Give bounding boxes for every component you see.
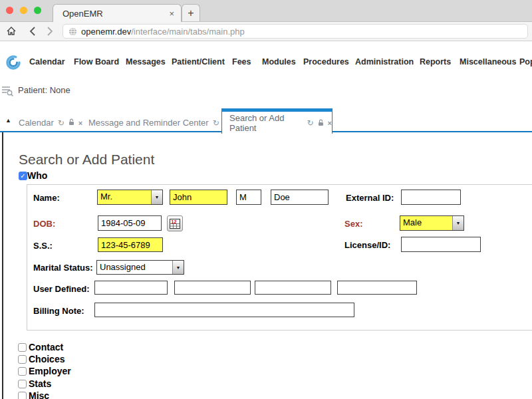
browser-tab-title: OpenEMR bbox=[63, 9, 169, 19]
tab-search-or-add-patient-active[interactable]: Search or Add Patient ↻ × bbox=[221, 108, 332, 134]
patient-search-icon[interactable] bbox=[1, 84, 13, 99]
nav-item-miscellaneous[interactable]: Miscellaneous bbox=[460, 57, 516, 66]
nav-item-calendar[interactable]: Calendar bbox=[29, 57, 65, 66]
browser-tab[interactable]: OpenEMR × bbox=[53, 4, 182, 22]
title-select[interactable]: Mr. ▼ bbox=[97, 190, 163, 205]
nav-item-messages[interactable]: Messages bbox=[126, 57, 166, 66]
license-id-input[interactable] bbox=[401, 237, 481, 252]
choices-checkbox[interactable] bbox=[18, 355, 27, 364]
ss-label: S.S.: bbox=[33, 241, 53, 251]
employer-checkbox[interactable] bbox=[18, 367, 27, 376]
tab-label: Message and Reminder Center bbox=[88, 118, 209, 128]
user-defined-label: User Defined: bbox=[33, 284, 90, 294]
who-section-toggle[interactable]: ✓ Who bbox=[19, 170, 47, 181]
billing-note-label: Billing Note: bbox=[33, 306, 84, 316]
stats-section-label[interactable]: Stats bbox=[29, 378, 51, 389]
who-label: Who bbox=[27, 170, 47, 181]
forward-icon[interactable] bbox=[43, 24, 57, 39]
url-host: openemr.dev bbox=[81, 27, 131, 37]
refresh-icon[interactable]: ↻ bbox=[213, 118, 219, 128]
misc-section-label[interactable]: Misc bbox=[29, 390, 49, 399]
last-name-input[interactable] bbox=[271, 190, 329, 205]
choices-section-label[interactable]: Choices bbox=[29, 354, 65, 364]
employer-section-label[interactable]: Employer bbox=[29, 366, 71, 376]
chevron-down-icon: ▼ bbox=[151, 190, 162, 204]
calendar-picker-icon[interactable]: 12 bbox=[167, 215, 183, 231]
name-label: Name: bbox=[33, 193, 60, 203]
nav-item-procedures[interactable]: Procedures bbox=[303, 57, 349, 66]
nav-item-administration[interactable]: Administration bbox=[355, 57, 414, 66]
back-icon[interactable] bbox=[25, 24, 40, 39]
chevron-down-icon: ▼ bbox=[172, 261, 184, 274]
url-path: /interface/main/tabs/main.php bbox=[131, 27, 245, 37]
user-defined-input-1[interactable] bbox=[94, 281, 168, 295]
nav-item-popups[interactable]: Popups bbox=[519, 57, 532, 66]
collapse-tabs-icon[interactable]: ▲ bbox=[5, 117, 11, 124]
nav-item-flow-board[interactable]: Flow Board bbox=[74, 57, 119, 66]
window-minimize-button[interactable] bbox=[20, 7, 27, 14]
url-bar[interactable]: openemr.dev/interface/main/tabs/main.php bbox=[63, 24, 528, 39]
nav-item-patient-client[interactable]: Patient/Client bbox=[172, 57, 225, 66]
chevron-down-icon: ▼ bbox=[452, 216, 464, 230]
sex-select[interactable]: Male ▼ bbox=[400, 215, 464, 231]
nav-item-fees[interactable]: Fees bbox=[232, 57, 251, 66]
tab-message-center[interactable]: Message and Reminder Center ↻ × bbox=[88, 118, 237, 128]
tab-label: Search or Add Patient bbox=[229, 113, 303, 133]
unlock-icon[interactable] bbox=[68, 118, 74, 128]
new-tab-button[interactable]: + bbox=[182, 4, 200, 22]
ss-input[interactable] bbox=[98, 237, 163, 252]
external-id-input[interactable] bbox=[401, 190, 461, 205]
home-icon[interactable] bbox=[4, 24, 19, 39]
first-name-input[interactable] bbox=[170, 190, 227, 205]
window-close-button[interactable] bbox=[6, 7, 13, 14]
browser-tab-close-icon[interactable]: × bbox=[169, 9, 174, 19]
refresh-icon[interactable]: ↻ bbox=[307, 118, 314, 128]
patient-status-label: Patient: None bbox=[18, 85, 70, 95]
page-title: Search or Add Patient bbox=[19, 152, 154, 168]
user-defined-input-3[interactable] bbox=[255, 281, 331, 295]
sex-label: Sex: bbox=[344, 219, 362, 229]
tab-close-icon[interactable]: × bbox=[328, 119, 332, 127]
content-frame-border bbox=[2, 132, 3, 399]
marital-status-select[interactable]: Unassigned ▼ bbox=[96, 260, 184, 275]
marital-status-label: Marital Status: bbox=[33, 263, 93, 273]
contact-checkbox[interactable] bbox=[18, 343, 27, 352]
contact-section-label[interactable]: Contact bbox=[29, 342, 63, 352]
nav-item-reports[interactable]: Reports bbox=[420, 57, 451, 66]
openemr-logo[interactable] bbox=[5, 54, 22, 74]
svg-text:12: 12 bbox=[172, 219, 177, 223]
tab-calendar[interactable]: Calendar ↻ × bbox=[19, 118, 82, 128]
middle-name-input[interactable] bbox=[236, 190, 261, 205]
nav-item-modules[interactable]: Modules bbox=[262, 57, 296, 66]
external-id-label: External ID: bbox=[346, 193, 394, 203]
unlock-icon[interactable] bbox=[318, 117, 324, 129]
tab-close-icon[interactable]: × bbox=[78, 119, 82, 127]
window-zoom-button[interactable] bbox=[34, 7, 41, 14]
stats-checkbox[interactable] bbox=[18, 380, 27, 388]
refresh-icon[interactable]: ↻ bbox=[58, 118, 65, 128]
billing-note-input[interactable] bbox=[94, 303, 354, 317]
sex-select-value: Male bbox=[400, 216, 452, 230]
marital-status-value: Unassigned bbox=[97, 261, 172, 274]
misc-checkbox[interactable] bbox=[18, 392, 27, 399]
license-id-label: License/ID: bbox=[344, 240, 390, 250]
who-checkbox[interactable]: ✓ bbox=[19, 172, 27, 180]
user-defined-input-2[interactable] bbox=[174, 281, 251, 295]
dob-label: DOB: bbox=[33, 219, 55, 229]
tab-label: Calendar bbox=[19, 118, 54, 128]
title-select-value: Mr. bbox=[98, 190, 151, 204]
dob-input[interactable] bbox=[98, 215, 162, 231]
globe-icon bbox=[68, 27, 77, 36]
user-defined-input-4[interactable] bbox=[337, 281, 417, 295]
screen: OpenEMR × + openemr.dev/interface/main/t… bbox=[0, 0, 532, 399]
